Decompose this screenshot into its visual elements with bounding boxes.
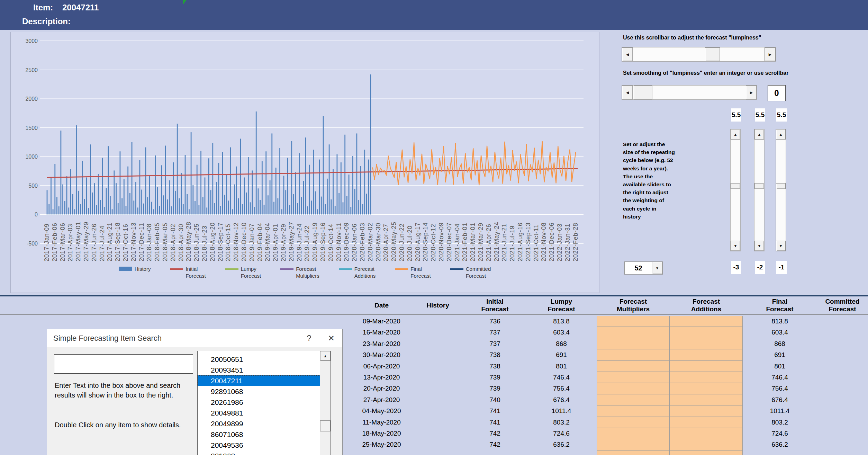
item-list-option[interactable]: 20049536: [198, 440, 320, 450]
item-list-option[interactable]: 20261986: [198, 397, 320, 408]
editable-forecast-cell[interactable]: [597, 349, 670, 360]
editable-forecast-cell[interactable]: [597, 394, 670, 405]
history-bar: [317, 209, 318, 214]
item-results-listbox[interactable]: 2005065120093451200472119289106820261986…: [197, 351, 331, 455]
smoothing-scrollbar[interactable]: ◀ ▶: [622, 85, 757, 100]
editable-forecast-cell[interactable]: [670, 439, 743, 450]
listbox-scrollbar[interactable]: ▲: [320, 351, 331, 455]
cycle-weight-slider[interactable]: ▲ ▼: [776, 129, 786, 251]
cycle-weight-slider[interactable]: ▲ ▼: [754, 129, 765, 251]
scroll-right-icon[interactable]: ▶: [765, 47, 776, 61]
editable-forecast-cell[interactable]: [597, 405, 670, 417]
scroll-down-icon[interactable]: ▼: [776, 241, 786, 251]
dialog-titlebar[interactable]: Simple Forecasting Item Search ? ✕: [47, 329, 342, 347]
item-list-option[interactable]: 20093451: [198, 365, 320, 375]
editable-forecast-cell[interactable]: [670, 428, 743, 439]
cycle-weight-slider[interactable]: ▲ ▼: [730, 129, 741, 251]
scroll-left-icon[interactable]: ◀: [622, 47, 633, 61]
editable-forecast-cell[interactable]: [670, 338, 743, 349]
item-list-option[interactable]: 221068: [198, 450, 320, 455]
x-axis-tick-label: 2020-Jul-20: [406, 225, 413, 261]
editable-forecast-cell[interactable]: [670, 394, 743, 405]
scroll-down-icon[interactable]: ▼: [731, 241, 740, 251]
editable-forecast-cell[interactable]: [670, 349, 743, 360]
cycle-length-dropdown[interactable]: 52 ▼: [624, 261, 663, 275]
slider-track[interactable]: [776, 140, 786, 241]
table-row[interactable]: 11-May-2020741803.2803.2: [351, 417, 868, 428]
listbox-scrollbar-thumb[interactable]: [320, 420, 331, 431]
editable-forecast-cell[interactable]: [670, 417, 743, 428]
item-list-option[interactable]: 20049899: [198, 418, 320, 429]
editable-forecast-cell[interactable]: [670, 405, 743, 417]
table-row[interactable]: 09-Mar-2020736813.8813.8: [351, 316, 868, 327]
history-bar: [321, 197, 322, 215]
table-row[interactable]: 04-May-20207411011.41011.4: [351, 405, 868, 417]
smoothing-value-input[interactable]: 0: [768, 85, 786, 101]
item-search-input[interactable]: [54, 354, 193, 374]
editable-forecast-cell[interactable]: [670, 383, 743, 394]
item-search-dialog[interactable]: Simple Forecasting Item Search ? ✕ 20050…: [47, 329, 343, 455]
editable-forecast-cell[interactable]: [597, 439, 670, 450]
table-row[interactable]: 06-Apr-2020738801801: [351, 361, 868, 372]
editable-forecast-cell[interactable]: [597, 338, 670, 349]
item-list-option[interactable]: 20050651: [198, 354, 320, 365]
scroll-down-icon[interactable]: ▼: [754, 241, 764, 251]
x-axis-tick-label: 2022-Feb-28: [572, 223, 579, 261]
table-row[interactable]: [351, 450, 868, 455]
scroll-up-icon[interactable]: ▲: [731, 129, 740, 140]
editable-forecast-cell[interactable]: [597, 327, 670, 338]
editable-forecast-cell[interactable]: [670, 327, 743, 338]
editable-forecast-cell[interactable]: [670, 316, 743, 327]
slider-track[interactable]: [731, 140, 740, 241]
scroll-up-icon[interactable]: ▲: [320, 351, 331, 361]
editable-forecast-cell[interactable]: [597, 450, 670, 455]
x-axis-tick-label: 2018-Feb-05: [154, 223, 161, 261]
editable-forecast-cell[interactable]: [670, 450, 743, 455]
history-bar: [181, 173, 182, 214]
table-row[interactable]: 27-Apr-2020740676.4676.4: [351, 394, 868, 405]
item-list-option[interactable]: 20049881: [198, 408, 320, 418]
history-bar: [246, 193, 247, 215]
scroll-up-icon[interactable]: ▲: [776, 129, 786, 140]
editable-forecast-cell[interactable]: [597, 372, 670, 383]
item-value[interactable]: 20047211: [62, 3, 99, 12]
item-list-option[interactable]: 92891068: [198, 386, 320, 397]
table-row[interactable]: 20-Apr-2020739756.4756.4: [351, 383, 868, 394]
table-row[interactable]: 30-Mar-2020738691691: [351, 349, 868, 360]
table-row[interactable]: 18-May-2020742724.6724.6: [351, 428, 868, 439]
editable-forecast-cell[interactable]: [670, 361, 743, 372]
chevron-down-icon[interactable]: ▼: [652, 262, 662, 274]
slider-track[interactable]: [754, 140, 764, 241]
table-row[interactable]: 23-Mar-2020737868868: [351, 338, 868, 349]
close-icon[interactable]: ✕: [320, 333, 342, 343]
slider-thumb[interactable]: [731, 183, 740, 189]
editable-forecast-cell[interactable]: [597, 417, 670, 428]
smoothing-scrollbar-thumb[interactable]: [634, 86, 652, 99]
help-icon[interactable]: ?: [298, 333, 320, 343]
history-bar: [118, 203, 119, 214]
x-axis-tick-label: 2022-Jan-03: [556, 223, 563, 261]
smoothing-scrollbar-track[interactable]: [633, 86, 746, 99]
table-row[interactable]: 16-Mar-2020737603.4603.4: [351, 327, 868, 338]
item-list-option[interactable]: 20047211: [198, 375, 320, 386]
x-axis-tick-label: 2020-Oct-12: [430, 224, 437, 261]
lumpiness-scrollbar-track[interactable]: [633, 47, 765, 61]
editable-forecast-cell[interactable]: [597, 316, 670, 327]
lumpiness-scrollbar[interactable]: ◀ ▶: [622, 47, 776, 62]
editable-forecast-cell[interactable]: [597, 361, 670, 372]
item-list-option[interactable]: 86071068: [198, 429, 320, 440]
scroll-up-icon[interactable]: ▲: [754, 129, 764, 140]
forecast-table: 09-Mar-2020736813.8813.816-Mar-202073760…: [351, 316, 868, 455]
editable-forecast-cell[interactable]: [597, 383, 670, 394]
editable-forecast-cell[interactable]: [670, 372, 743, 383]
forecast-chart[interactable]: 300025002000150010005000-5002017-Jan-092…: [10, 32, 599, 293]
table-row[interactable]: 13-Apr-2020739746.4746.4: [351, 372, 868, 383]
lumpiness-scrollbar-thumb[interactable]: [705, 47, 720, 61]
editable-forecast-cell[interactable]: [597, 428, 670, 439]
slider-thumb[interactable]: [754, 183, 764, 189]
table-cell: 18-May-2020: [351, 428, 412, 439]
slider-thumb[interactable]: [776, 183, 786, 189]
table-row[interactable]: 25-May-2020742636.2636.2: [351, 439, 868, 450]
scroll-right-icon[interactable]: ▶: [746, 86, 757, 99]
scroll-left-icon[interactable]: ◀: [622, 86, 633, 99]
